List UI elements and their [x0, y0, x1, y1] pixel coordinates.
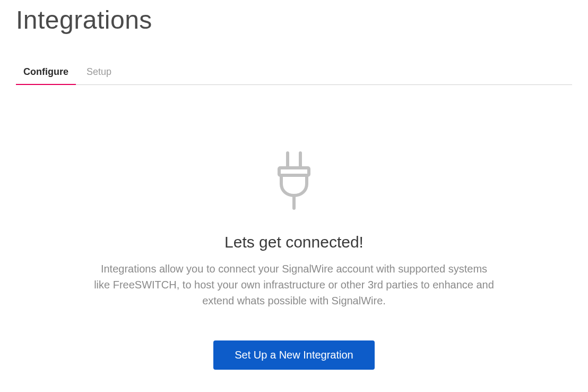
page-title: Integrations [16, 5, 572, 35]
empty-state: Lets get connected! Integrations allow y… [16, 85, 572, 370]
empty-state-heading: Lets get connected! [224, 233, 364, 251]
setup-new-integration-button[interactable]: Set Up a New Integration [213, 340, 374, 370]
svg-rect-2 [279, 168, 309, 175]
plug-icon [262, 149, 326, 215]
tab-bar: Configure Setup [16, 61, 572, 85]
empty-state-description: Integrations allow you to connect your S… [92, 261, 496, 309]
tab-configure[interactable]: Configure [16, 61, 76, 85]
tab-setup[interactable]: Setup [76, 61, 122, 85]
